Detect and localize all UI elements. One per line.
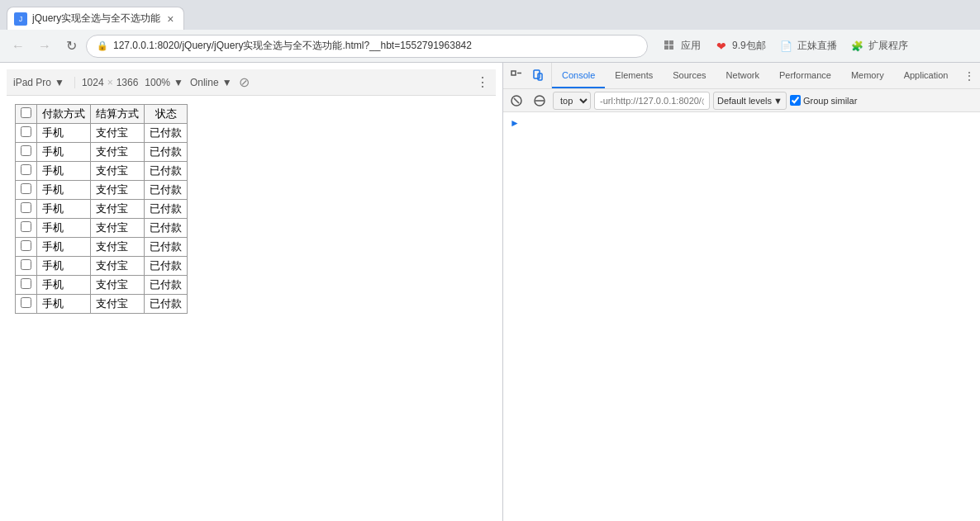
group-similar-checkbox[interactable] — [790, 95, 801, 106]
row-checkbox-5[interactable] — [21, 221, 31, 232]
row-checkbox-6[interactable] — [21, 240, 31, 251]
row-checkbox-cell — [16, 257, 37, 276]
status-cell: 已付款 — [145, 295, 188, 314]
zoom-dropdown-icon: ▼ — [174, 77, 183, 88]
emulation-no-throttle-icon: ⊘ — [239, 74, 250, 90]
console-filter-input[interactable] — [594, 92, 710, 110]
console-arrow-icon: ► — [510, 117, 520, 129]
bookmark2-button[interactable]: 📄 正妹直播 — [774, 36, 842, 57]
console-clear-icon[interactable] — [507, 91, 526, 111]
webpage-viewport: iPad Pro ▼ 1024 × 1366 100% ▼ Online ▼ ⊘ — [0, 63, 502, 521]
apps-button[interactable]: 应用 — [658, 36, 706, 57]
payment-method-cell: 手机 — [37, 295, 91, 314]
table-row: 手机支付宝已付款 — [16, 219, 188, 238]
svg-line-9 — [514, 98, 519, 103]
payment-method-cell: 手机 — [37, 257, 91, 276]
table-row: 手机支付宝已付款 — [16, 181, 188, 200]
row-checkbox-2[interactable] — [21, 164, 31, 175]
status-cell: 已付款 — [145, 124, 188, 143]
tab-sources[interactable]: Sources — [663, 63, 716, 88]
extension-button[interactable]: 🧩 扩展程序 — [845, 36, 913, 57]
settlement-method-header: 结算方式 — [91, 105, 145, 124]
svg-rect-3 — [669, 45, 673, 50]
group-similar-label[interactable]: Group similar — [790, 95, 857, 106]
dimension-separator: × — [107, 77, 113, 88]
tab-network[interactable]: Network — [716, 63, 769, 88]
emulation-bar: iPad Pro ▼ 1024 × 1366 100% ▼ Online ▼ ⊘ — [7, 69, 496, 96]
bookmark2-label: 正妹直播 — [797, 39, 837, 53]
tab-bar: J jQuery实现全选与全不选功能 × — [0, 0, 980, 30]
row-checkbox-cell — [16, 238, 37, 257]
back-button[interactable]: ← — [7, 35, 30, 58]
table-row: 手机支付宝已付款 — [16, 295, 188, 314]
main-area: iPad Pro ▼ 1024 × 1366 100% ▼ Online ▼ ⊘ — [0, 63, 980, 521]
row-checkbox-cell — [16, 200, 37, 219]
device-dropdown-icon: ▼ — [55, 77, 64, 88]
device-toggle-icon[interactable] — [528, 66, 548, 86]
table-row: 手机支付宝已付款 — [16, 124, 188, 143]
device-name: iPad Pro — [13, 77, 51, 88]
console-toolbar: top Default levels ▼ Group similar — [503, 89, 980, 112]
row-checkbox-cell — [16, 295, 37, 314]
tab-performance[interactable]: Performance — [769, 63, 841, 88]
payment-method-header: 付款方式 — [37, 105, 91, 124]
emulation-more-button[interactable]: ⋮ — [476, 74, 489, 90]
bookmark2-icon: 📄 — [779, 39, 794, 54]
tab-close-button[interactable]: × — [164, 12, 177, 26]
devtools-action-icons — [503, 63, 552, 88]
context-selector[interactable]: top — [553, 92, 591, 110]
payment-method-cell: 手机 — [37, 276, 91, 295]
browser-tab[interactable]: J jQuery实现全选与全不选功能 × — [7, 7, 184, 30]
settlement-method-cell: 支付宝 — [91, 238, 145, 257]
extension-icon: 🧩 — [850, 39, 865, 54]
row-checkbox-1[interactable] — [21, 145, 31, 156]
data-table: 付款方式 结算方式 状态 手机支付宝已付款手机支付宝已付款手机支付宝已付款手机支… — [15, 104, 188, 314]
console-block-icon[interactable] — [530, 91, 549, 111]
status-header: 状态 — [145, 105, 188, 124]
bookmark1-label: 9.9包邮 — [732, 39, 766, 53]
status-cell: 已付款 — [145, 238, 188, 257]
settlement-method-cell: 支付宝 — [91, 276, 145, 295]
table-row: 手机支付宝已付款 — [16, 238, 188, 257]
table-row: 手机支付宝已付款 — [16, 276, 188, 295]
bookmarks-bar: 应用 ❤ 9.9包邮 📄 正妹直播 🧩 扩展程序 — [658, 36, 913, 57]
row-checkbox-3[interactable] — [21, 183, 31, 194]
status-cell: 已付款 — [145, 276, 188, 295]
row-checkbox-cell — [16, 162, 37, 181]
tab-title: jQuery实现全选与全不选功能 — [32, 12, 160, 26]
zoom-selector[interactable]: 100% ▼ — [145, 77, 183, 88]
bookmark1-button[interactable]: ❤ 9.9包邮 — [709, 36, 771, 57]
inspect-element-icon[interactable] — [507, 66, 526, 86]
row-checkbox-4[interactable] — [21, 202, 31, 213]
reload-button[interactable]: ↻ — [59, 35, 83, 58]
payment-method-cell: 手机 — [37, 181, 91, 200]
devtools-more-tabs[interactable]: ⋮ — [958, 63, 980, 88]
row-checkbox-cell — [16, 181, 37, 200]
devtools-panel: Console Elements Sources Network Perform… — [502, 63, 980, 521]
payment-method-cell: 手机 — [37, 238, 91, 257]
network-selector[interactable]: Online ▼ — [190, 77, 232, 88]
settlement-method-cell: 支付宝 — [91, 257, 145, 276]
address-bar[interactable]: 🔒 127.0.0.1:8020/jQuery/jQuery实现全选与全不选功能… — [86, 35, 648, 58]
row-checkbox-0[interactable] — [21, 126, 31, 137]
address-bar-row: ← → ↻ 🔒 127.0.0.1:8020/jQuery/jQuery实现全选… — [0, 30, 980, 63]
network-type: Online — [190, 77, 219, 88]
select-all-checkbox[interactable] — [21, 107, 31, 118]
row-checkbox-7[interactable] — [21, 259, 31, 270]
default-levels-selector[interactable]: Default levels ▼ — [713, 92, 787, 110]
status-cell: 已付款 — [145, 162, 188, 181]
settlement-method-cell: 支付宝 — [91, 219, 145, 238]
tab-memory[interactable]: Memory — [841, 63, 894, 88]
tab-application[interactable]: Application — [894, 63, 959, 88]
row-checkbox-9[interactable] — [21, 297, 31, 308]
tab-console[interactable]: Console — [552, 63, 605, 88]
row-checkbox-cell — [16, 143, 37, 162]
tab-elements[interactable]: Elements — [605, 63, 663, 88]
levels-dropdown-icon: ▼ — [773, 96, 783, 106]
extension-label: 扩展程序 — [868, 39, 908, 53]
device-selector[interactable]: iPad Pro ▼ — [13, 77, 75, 88]
table-row: 手机支付宝已付款 — [16, 200, 188, 219]
forward-button[interactable]: → — [33, 35, 56, 58]
settlement-method-cell: 支付宝 — [91, 181, 145, 200]
row-checkbox-8[interactable] — [21, 278, 31, 289]
